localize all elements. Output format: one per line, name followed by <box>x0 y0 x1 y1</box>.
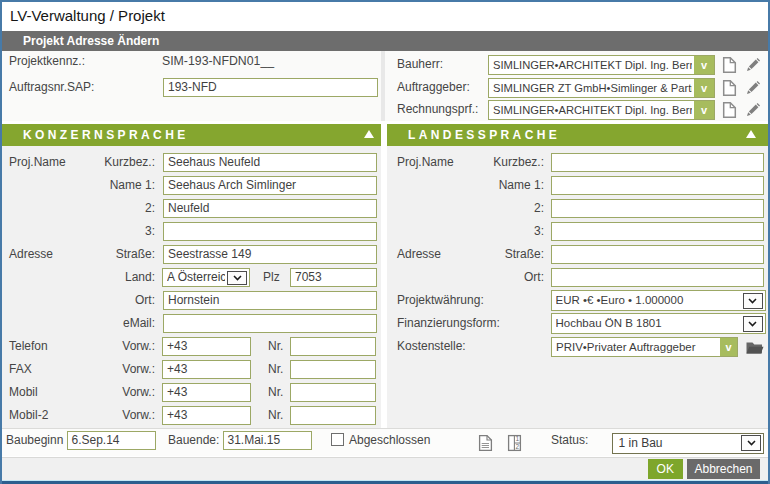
svg-text:1: 1 <box>515 435 519 442</box>
svg-text:2: 2 <box>515 443 519 450</box>
